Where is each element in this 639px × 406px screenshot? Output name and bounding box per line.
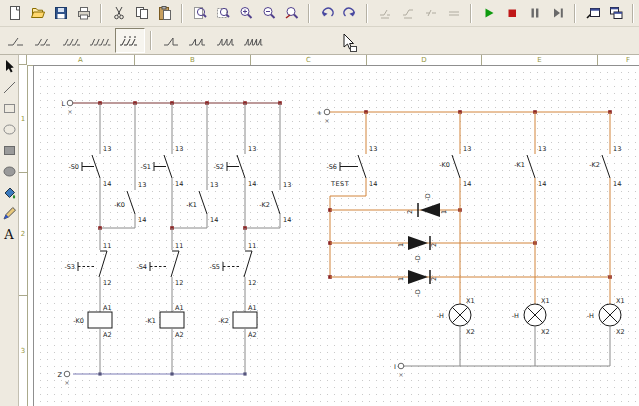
toolbar-separator bbox=[632, 4, 634, 23]
zoom-out-icon bbox=[261, 5, 277, 21]
main-toolbar: ? bbox=[0, 0, 639, 27]
zoom-previous-button[interactable] bbox=[280, 2, 303, 24]
symbol-contact-chain-4[interactable] bbox=[87, 29, 115, 52]
paste-button[interactable] bbox=[153, 2, 176, 24]
select-tool[interactable] bbox=[1, 58, 18, 75]
new-icon bbox=[7, 5, 23, 21]
symbol-contact-chain-1-alt[interactable] bbox=[157, 29, 185, 52]
copy-button[interactable] bbox=[130, 2, 153, 24]
symbol-contact-chain-2-alt[interactable] bbox=[185, 29, 213, 52]
contact-chain-3-alt-icon bbox=[216, 33, 238, 49]
select-arrow-icon bbox=[2, 59, 17, 74]
copy-icon bbox=[134, 5, 150, 21]
zoom-out-button[interactable] bbox=[257, 2, 280, 24]
zoom-region-button[interactable] bbox=[211, 2, 234, 24]
contact-chain-1-alt-icon bbox=[160, 33, 182, 49]
save-icon bbox=[53, 5, 69, 21]
symbol-contact-chain-4-alt[interactable] bbox=[241, 29, 269, 52]
simulate-play-button[interactable] bbox=[477, 2, 500, 24]
fill-color-tool[interactable] bbox=[1, 184, 18, 201]
contact-chain-1-icon bbox=[6, 33, 28, 49]
toolbar-separator bbox=[308, 4, 310, 23]
print-button[interactable] bbox=[72, 2, 95, 24]
new-button[interactable] bbox=[3, 2, 26, 24]
contact-chain-4-icon bbox=[90, 33, 112, 49]
ellipse-icon bbox=[2, 122, 17, 137]
simulate-stop-button[interactable] bbox=[500, 2, 523, 24]
schematic-page[interactable] bbox=[33, 65, 639, 406]
contact-chain-2-alt-icon bbox=[188, 33, 210, 49]
simulate-pause-button[interactable] bbox=[523, 2, 546, 24]
row-label-1: 1 bbox=[19, 65, 27, 173]
row-label-3: 3 bbox=[19, 296, 27, 406]
fill-color-icon bbox=[2, 185, 17, 200]
rectangle-icon bbox=[2, 101, 17, 116]
contact-chain-3-icon bbox=[62, 33, 84, 49]
insert-4-icon bbox=[446, 5, 462, 21]
zoom-page-button[interactable] bbox=[188, 2, 211, 24]
symbol-contact-chain-3-active[interactable] bbox=[115, 28, 145, 53]
text-tool-glyph: A bbox=[4, 227, 13, 242]
pen-tool[interactable] bbox=[1, 205, 18, 222]
contact-chain-4-alt-icon bbox=[244, 33, 266, 49]
stop-icon bbox=[504, 5, 520, 21]
print-icon bbox=[76, 5, 92, 21]
symbol-contact-chain-2[interactable] bbox=[31, 29, 59, 52]
application-window: ? A A B C D E F bbox=[0, 0, 639, 406]
insert-4-disabled-button[interactable] bbox=[442, 2, 465, 24]
ellipse-tool[interactable] bbox=[1, 121, 18, 138]
insert-1-disabled-button[interactable] bbox=[373, 2, 396, 24]
toolbar-separator bbox=[181, 4, 183, 23]
symbol-contact-chain-3[interactable] bbox=[59, 29, 87, 52]
line-icon bbox=[2, 80, 17, 95]
contact-chain-3-active-icon bbox=[119, 33, 141, 49]
filled-ellipse-icon bbox=[2, 164, 17, 179]
column-label-e: E bbox=[482, 55, 598, 65]
open-icon bbox=[30, 5, 46, 21]
toolbar-separator bbox=[574, 4, 576, 23]
insert-1-icon bbox=[377, 5, 393, 21]
drawing-canvas-area: A B C D E F 1 2 3 bbox=[19, 55, 639, 406]
toolbar-separator bbox=[100, 4, 102, 23]
insert-3-icon bbox=[423, 5, 439, 21]
column-label-c: C bbox=[251, 55, 367, 65]
contact-chain-2-icon bbox=[34, 33, 56, 49]
cut-icon bbox=[111, 5, 127, 21]
row-ruler: 1 2 3 bbox=[19, 65, 28, 406]
row-label-2: 2 bbox=[19, 173, 27, 296]
column-label-f: F bbox=[598, 55, 639, 65]
filled-ellipse-tool[interactable] bbox=[1, 163, 18, 180]
redo-button[interactable] bbox=[338, 2, 361, 24]
zoom-region-icon bbox=[215, 5, 231, 21]
filled-rectangle-tool[interactable] bbox=[1, 142, 18, 159]
save-button[interactable] bbox=[49, 2, 72, 24]
new-window-button[interactable] bbox=[581, 2, 604, 24]
symbol-contact-chain-3-alt[interactable] bbox=[213, 29, 241, 52]
text-tool[interactable]: A bbox=[1, 226, 18, 243]
cut-button[interactable] bbox=[107, 2, 130, 24]
column-label-b: B bbox=[135, 55, 251, 65]
undo-button[interactable] bbox=[315, 2, 338, 24]
redo-icon bbox=[342, 5, 358, 21]
simulate-step-button[interactable] bbox=[546, 2, 569, 24]
zoom-page-icon bbox=[192, 5, 208, 21]
undo-icon bbox=[319, 5, 335, 21]
zoom-in-button[interactable] bbox=[234, 2, 257, 24]
symbol-toolbar bbox=[0, 27, 639, 55]
rectangle-tool[interactable] bbox=[1, 100, 18, 117]
insert-3-disabled-button[interactable] bbox=[419, 2, 442, 24]
pause-icon bbox=[527, 5, 543, 21]
line-tool[interactable] bbox=[1, 79, 18, 96]
paste-icon bbox=[157, 5, 173, 21]
zoom-previous-icon bbox=[284, 5, 300, 21]
column-label-a: A bbox=[27, 55, 135, 65]
arrange-windows-button[interactable] bbox=[604, 2, 627, 24]
toolbar-separator bbox=[150, 31, 152, 50]
new-window-icon bbox=[585, 5, 601, 21]
arrange-windows-icon bbox=[608, 5, 624, 21]
insert-2-disabled-button[interactable] bbox=[396, 2, 419, 24]
insert-2-icon bbox=[400, 5, 416, 21]
open-button[interactable] bbox=[26, 2, 49, 24]
symbol-contact-chain-1[interactable] bbox=[3, 29, 31, 52]
pen-icon bbox=[2, 206, 17, 221]
